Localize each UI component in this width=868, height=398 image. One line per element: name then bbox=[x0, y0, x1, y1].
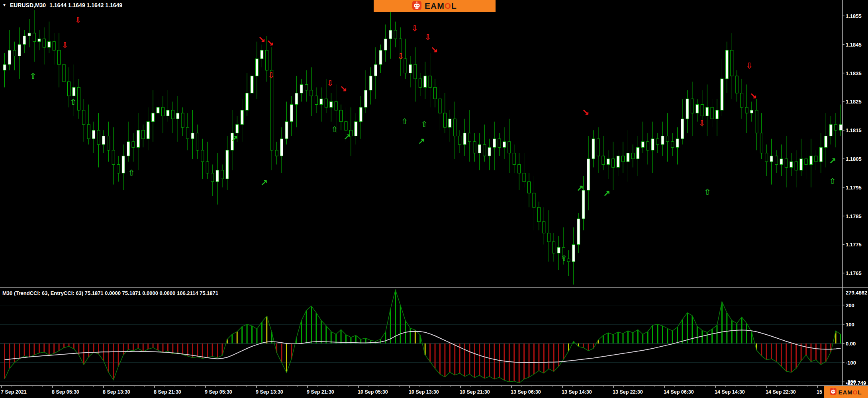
candle-body bbox=[453, 119, 456, 136]
candle-body bbox=[622, 156, 625, 162]
sell-signal-arrow-icon: ⇩ bbox=[425, 32, 431, 42]
sell-signal-arrow-icon: ⇩ bbox=[268, 70, 275, 80]
candle-body bbox=[13, 50, 16, 56]
candle-body bbox=[340, 110, 343, 122]
candle-body bbox=[597, 139, 600, 156]
candle-body bbox=[656, 139, 659, 144]
candle-body bbox=[711, 107, 713, 119]
buy-signal-arrow-icon: ⇧ bbox=[331, 125, 338, 134]
candle-body bbox=[58, 50, 61, 64]
price-axis-label: 1.1855 bbox=[846, 13, 862, 19]
candle-body bbox=[661, 136, 664, 145]
candle-body bbox=[617, 156, 619, 168]
time-axis-label: 14 Sep 22:30 bbox=[766, 389, 796, 395]
candle-body bbox=[369, 76, 372, 90]
price-axis-label: 1.1795 bbox=[846, 185, 862, 191]
buy-signal-arrow-icon: ⇧ bbox=[829, 176, 836, 186]
candle-body bbox=[725, 50, 728, 79]
buy-signal-arrow-icon: ⇧ bbox=[561, 254, 568, 263]
quote-bar: ▼ EURUSD,M30 1.1644 1.1649 1.1642 1.1649 bbox=[2, 2, 122, 8]
sell-signal-arrow-icon: ⇩ bbox=[746, 61, 753, 70]
candle-body bbox=[132, 142, 135, 147]
price-axis-label: 1.1825 bbox=[846, 99, 862, 105]
sell-diagonal-arrow-icon: ↘ bbox=[266, 38, 274, 48]
candle-body bbox=[33, 33, 36, 42]
candle-body bbox=[765, 153, 768, 162]
candle-body bbox=[28, 33, 31, 36]
candle-body bbox=[345, 122, 347, 131]
candle-body bbox=[161, 107, 164, 116]
candle-body bbox=[715, 110, 718, 119]
candle-body bbox=[255, 59, 258, 76]
time-axis-label: 10 Sep 21:30 bbox=[460, 389, 490, 395]
sell-diagonal-arrow-icon: ↘ bbox=[582, 107, 589, 117]
candle-body bbox=[379, 50, 382, 64]
candle-body bbox=[647, 142, 649, 150]
candle-body bbox=[508, 142, 511, 153]
candle-body bbox=[3, 64, 6, 70]
candle-body bbox=[825, 136, 827, 148]
robot-logo-icon bbox=[830, 388, 837, 396]
candle-body bbox=[320, 99, 323, 104]
candle-body bbox=[701, 105, 703, 116]
candle-body bbox=[107, 136, 110, 150]
candle-body bbox=[528, 181, 531, 193]
candle-body bbox=[221, 170, 223, 179]
candle-body bbox=[493, 139, 496, 148]
candle-body bbox=[443, 113, 446, 127]
candle-body bbox=[265, 50, 268, 70]
candle-body bbox=[305, 84, 308, 90]
quote-values: 1.1644 1.1649 1.1642 1.1649 bbox=[49, 2, 122, 8]
candle-body bbox=[8, 50, 11, 64]
candle-body bbox=[355, 122, 357, 136]
buy-signal-arrow-icon: ⇧ bbox=[70, 97, 77, 107]
candle-body bbox=[167, 110, 169, 116]
chart-canvas[interactable]: ⇩⇩⇩⇩⇩⇩⇩⇩⇩↘↘↘↘↘↘⇧⇧⇧⇧⇧⇧⇧⇧⇧↗↗↗↗↗↗↗1.18551.1… bbox=[0, 0, 868, 398]
sell-signal-arrow-icon: ⇩ bbox=[398, 51, 404, 61]
candle-body bbox=[577, 219, 580, 245]
candle-body bbox=[404, 59, 407, 73]
candle-body bbox=[602, 156, 605, 165]
symbol-label: EURUSD,M30 bbox=[10, 2, 46, 8]
candle-body bbox=[631, 153, 634, 159]
candle-body bbox=[755, 110, 758, 133]
candle-body bbox=[275, 150, 278, 156]
candle-body bbox=[572, 244, 575, 261]
candle-body bbox=[731, 50, 733, 76]
candle-body bbox=[592, 139, 595, 159]
sell-signal-arrow-icon: ⇩ bbox=[699, 118, 705, 128]
candle-body bbox=[805, 159, 807, 164]
candle-body bbox=[92, 130, 95, 139]
buy-diagonal-arrow-icon: ↗ bbox=[343, 132, 351, 142]
sell-diagonal-arrow-icon: ↘ bbox=[258, 35, 265, 45]
candle-body bbox=[142, 130, 145, 139]
time-axis-label: 7 Sep 2021 bbox=[1, 389, 27, 395]
candle-body bbox=[414, 64, 417, 79]
time-axis-label: 13 Sep 22:30 bbox=[613, 389, 643, 395]
candle-body bbox=[835, 125, 837, 130]
time-axis-label: 13 Sep 06:30 bbox=[511, 389, 541, 395]
candle-body bbox=[226, 150, 229, 179]
brand-letter-o: O bbox=[853, 389, 858, 396]
chevron-down-icon[interactable]: ▼ bbox=[2, 3, 6, 7]
candle-body bbox=[72, 88, 75, 96]
candle-body bbox=[211, 173, 214, 182]
candle-body bbox=[671, 142, 674, 147]
cci-line bbox=[5, 290, 841, 383]
candle-body bbox=[18, 45, 21, 56]
price-axis-label: 1.1785 bbox=[846, 213, 862, 219]
candle-body bbox=[815, 156, 817, 162]
candle-body bbox=[523, 173, 525, 182]
candle-body bbox=[434, 88, 437, 99]
candle-body bbox=[439, 99, 441, 113]
candle-body bbox=[463, 133, 466, 144]
candle-body bbox=[419, 79, 421, 88]
sell-diagonal-arrow-icon: ↘ bbox=[431, 45, 438, 55]
candle-body bbox=[721, 79, 723, 110]
candle-body bbox=[48, 42, 51, 47]
buy-signal-arrow-icon: ⇧ bbox=[402, 117, 408, 126]
candle-body bbox=[270, 70, 273, 150]
candle-body bbox=[310, 90, 313, 96]
time-axis-label: 8 Sep 21:30 bbox=[154, 389, 181, 395]
candle-body bbox=[735, 76, 738, 93]
